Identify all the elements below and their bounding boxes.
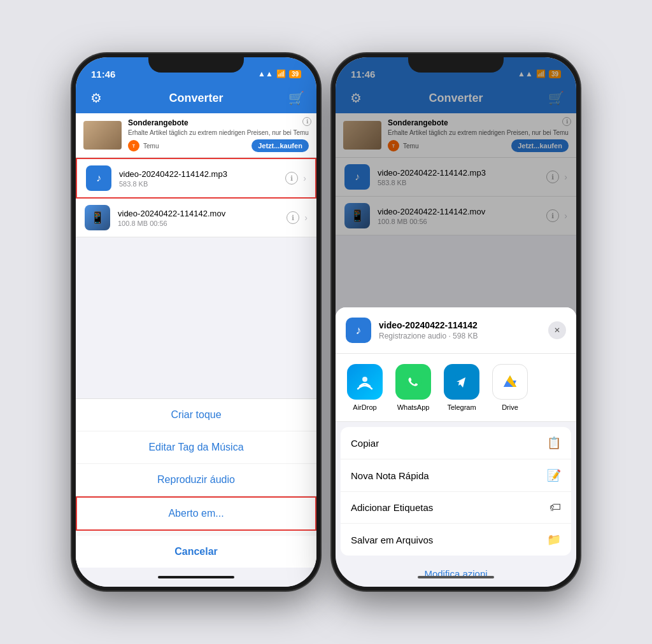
- svg-point-1: [405, 374, 422, 390]
- info-button-mp3[interactable]: ℹ: [285, 172, 298, 185]
- ad-text: Sonderangebote Erhalte Artikel täglich z…: [128, 118, 309, 152]
- file-name-mov: video-20240422-114142.mov: [118, 209, 279, 218]
- drive-app[interactable]: Drive: [491, 364, 529, 411]
- airdrop-label: AirDrop: [353, 403, 376, 411]
- drive-icon: [492, 364, 528, 400]
- jetzt-button[interactable]: Jetzt...kaufen: [252, 139, 309, 152]
- drive-label: Drive: [502, 403, 518, 411]
- ad-title: Sonderangebote: [128, 118, 309, 127]
- ad-footer: T Temu Jetzt...kaufen: [128, 139, 309, 152]
- adicionar-etiquetas-label: Adicionar Etiquetas: [351, 502, 433, 513]
- wifi-icon: 📶: [276, 69, 286, 78]
- share-header: ♪ video-20240422-114142 Registrazione au…: [336, 307, 576, 354]
- criar-toque-button[interactable]: Criar toque: [76, 399, 316, 431]
- editar-tag-button[interactable]: Editar Tag da Música: [76, 431, 316, 464]
- file-name-mp3: video-20240422-114142.mp3: [119, 169, 278, 179]
- copiar-action[interactable]: Copiar 📋: [341, 427, 571, 459]
- whatsapp-icon: [395, 364, 431, 400]
- copiar-label: Copiar: [351, 438, 379, 449]
- file-meta-mov: 100.8 MB 00:56: [118, 220, 279, 227]
- share-file-info: video-20240422-114142 Registrazione audi…: [379, 320, 541, 340]
- right-phone: 11:46 ▲▲ 📶 39 ⚙ Converter 🛒 ℹ Sonderange…: [332, 53, 580, 591]
- share-file-icon: ♪: [346, 318, 371, 343]
- temu-name: Temu: [143, 143, 159, 150]
- adicionar-etiquetas-action[interactable]: Adicionar Etiquetas 🏷: [341, 492, 571, 524]
- aberto-em-button[interactable]: Aberto em...: [76, 496, 316, 531]
- whatsapp-label: WhatsApp: [397, 403, 430, 411]
- copiar-icon: 📋: [547, 436, 561, 450]
- ad-description: Erhalte Artikel täglich zu extrem niedri…: [128, 129, 309, 137]
- file-info-mp3: video-20240422-114142.mp3 583.8 KB: [119, 169, 278, 188]
- whatsapp-app[interactable]: WhatsApp: [394, 364, 432, 411]
- file-item-mov[interactable]: 📱 video-20240422-114142.mov 100.8 MB 00:…: [76, 199, 316, 237]
- home-bar: [158, 576, 234, 578]
- cart-icon[interactable]: 🛒: [286, 90, 306, 106]
- settings-icon[interactable]: ⚙: [86, 90, 106, 106]
- ad-info-icon[interactable]: ℹ: [302, 117, 311, 126]
- nav-bar: ⚙ Converter 🛒: [76, 85, 316, 113]
- right-phone-screen: 11:46 ▲▲ 📶 39 ⚙ Converter 🛒 ℹ Sonderange…: [336, 57, 576, 587]
- signal-icon: ▲▲: [258, 69, 273, 78]
- file-info-mov: video-20240422-114142.mov 100.8 MB 00:56: [118, 209, 279, 227]
- salvar-arquivos-label: Salvar em Arquivos: [351, 535, 433, 545]
- share-action-list: Copiar 📋 Nova Nota Rápida 📝 Adicionar Et…: [341, 427, 571, 556]
- battery-badge: 39: [289, 70, 301, 78]
- chevron-mov: ›: [304, 213, 308, 223]
- adicionar-etiquetas-icon: 🏷: [549, 501, 561, 514]
- share-file-meta: Registrazione audio · 598 KB: [379, 332, 541, 340]
- cancelar-button[interactable]: Cancelar: [76, 536, 316, 568]
- ad-image: [83, 121, 122, 150]
- right-home-bar: [418, 576, 494, 578]
- ad-banner: ℹ Sonderangebote Erhalte Artikel täglich…: [76, 113, 316, 158]
- share-file-name: video-20240422-114142: [379, 320, 541, 330]
- nova-nota-icon: 📝: [547, 468, 561, 482]
- file-actions-mov: ℹ ›: [287, 211, 308, 224]
- svg-point-0: [362, 377, 367, 382]
- chevron-mp3: ›: [303, 173, 306, 183]
- reproduzir-audio-button[interactable]: Reproduzir áudio: [76, 464, 316, 496]
- share-sheet: ♪ video-20240422-114142 Registrazione au…: [336, 307, 576, 587]
- left-phone: 11:46 ▲▲ 📶 39 ⚙ Converter 🛒 ℹ Sonderange…: [72, 53, 320, 591]
- action-sheet: Criar toque Editar Tag da Música Reprodu…: [76, 398, 316, 568]
- nav-title: Converter: [169, 92, 223, 105]
- home-indicator: [76, 568, 316, 587]
- nova-nota-action[interactable]: Nova Nota Rápida 📝: [341, 459, 571, 492]
- telegram-icon: [444, 364, 479, 400]
- file-item-mp3[interactable]: ♪ video-20240422-114142.mp3 583.8 KB ℹ ›: [76, 158, 316, 199]
- status-icons: ▲▲ 📶 39: [258, 69, 301, 78]
- file-list: ♪ video-20240422-114142.mp3 583.8 KB ℹ ›…: [76, 158, 316, 398]
- airdrop-icon: [347, 364, 383, 400]
- salvar-arquivos-action[interactable]: Salvar em Arquivos 📁: [341, 524, 571, 556]
- notch-right: [408, 53, 504, 73]
- mp3-icon: ♪: [86, 165, 111, 191]
- airdrop-app[interactable]: AirDrop: [346, 364, 384, 411]
- right-home-indicator: [336, 568, 576, 587]
- nova-nota-label: Nova Nota Rápida: [351, 470, 429, 481]
- file-actions-mp3: ℹ ›: [285, 172, 306, 185]
- share-apps-row: AirDrop WhatsApp: [336, 354, 576, 422]
- file-meta-mp3: 583.8 KB: [119, 180, 278, 188]
- telegram-app[interactable]: Telegram: [443, 364, 481, 411]
- salvar-arquivos-icon: 📁: [547, 533, 561, 547]
- telegram-label: Telegram: [447, 403, 476, 411]
- temu-logo: T: [128, 140, 139, 151]
- notch: [148, 53, 244, 73]
- share-close-button[interactable]: ✕: [548, 321, 566, 339]
- status-time: 11:46: [91, 69, 115, 80]
- mov-icon: 📱: [85, 205, 110, 230]
- left-phone-screen: 11:46 ▲▲ 📶 39 ⚙ Converter 🛒 ℹ Sonderange…: [76, 57, 316, 587]
- info-button-mov[interactable]: ℹ: [287, 211, 299, 224]
- share-overlay: ♪ video-20240422-114142 Registrazione au…: [336, 57, 576, 587]
